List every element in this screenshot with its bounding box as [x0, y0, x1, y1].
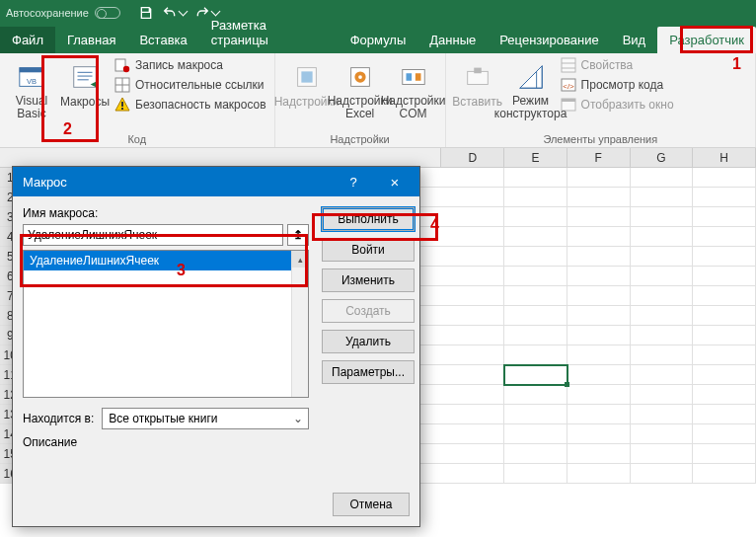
cell[interactable]	[441, 326, 504, 345]
cell[interactable]	[693, 345, 756, 365]
cell[interactable]	[441, 365, 504, 385]
dialog-titlebar[interactable]: Макрос ? ×	[13, 167, 419, 196]
excel-addins-button[interactable]: Надстройки Excel	[337, 57, 384, 124]
cell[interactable]	[441, 247, 504, 267]
edit-button[interactable]: Изменить	[322, 268, 415, 292]
cell[interactable]	[504, 424, 567, 444]
cell[interactable]	[631, 247, 694, 267]
record-macro-button[interactable]: Запись макроса	[114, 57, 266, 73]
scroll-up-icon[interactable]: ▴	[292, 251, 308, 268]
undo-button[interactable]	[162, 5, 187, 21]
step-into-button[interactable]: Войти	[322, 238, 415, 262]
cell[interactable]	[567, 424, 631, 444]
design-mode-button[interactable]: Режим конструктора	[507, 57, 555, 124]
cell[interactable]	[441, 286, 504, 306]
tab-formulas[interactable]: Формулы	[339, 27, 418, 53]
visual-basic-button[interactable]: VB Visual Basic	[8, 57, 55, 124]
cell[interactable]	[441, 188, 504, 207]
cell[interactable]	[441, 306, 504, 326]
cell[interactable]	[631, 444, 694, 464]
cell[interactable]	[504, 247, 567, 267]
delete-button[interactable]: Удалить	[322, 330, 415, 353]
cell[interactable]	[504, 188, 567, 207]
tab-developer[interactable]: Разработчик	[657, 27, 756, 53]
cell[interactable]	[631, 365, 694, 385]
cell[interactable]	[693, 168, 756, 188]
macro-security-button[interactable]: Безопасность макросов	[114, 97, 266, 113]
cell[interactable]	[504, 464, 567, 484]
cell[interactable]	[693, 464, 756, 484]
cell[interactable]	[441, 424, 504, 444]
cell[interactable]	[504, 168, 567, 188]
properties-button[interactable]: Свойства	[561, 57, 674, 73]
help-button[interactable]: ?	[333, 167, 374, 196]
cell[interactable]	[693, 188, 756, 207]
cell[interactable]	[693, 444, 756, 464]
cell[interactable]	[693, 405, 756, 424]
show-dialog-button[interactable]: Отобразить окно	[561, 97, 674, 113]
cell[interactable]	[441, 385, 504, 405]
cell[interactable]	[631, 227, 694, 247]
cell[interactable]	[567, 405, 631, 424]
tab-data[interactable]: Данные	[417, 27, 488, 53]
cell[interactable]	[693, 306, 756, 326]
cell[interactable]	[504, 405, 567, 424]
cell[interactable]	[567, 444, 631, 464]
cell[interactable]	[567, 168, 631, 188]
macro-name-input[interactable]	[23, 224, 283, 246]
cell[interactable]	[567, 464, 631, 484]
cell[interactable]	[504, 207, 567, 227]
column-header[interactable]: G	[631, 148, 694, 167]
cell[interactable]	[441, 345, 504, 365]
cell[interactable]	[504, 286, 567, 306]
cell[interactable]	[567, 306, 631, 326]
cell[interactable]	[693, 326, 756, 345]
cell[interactable]	[631, 188, 694, 207]
save-icon[interactable]	[138, 5, 154, 21]
cell[interactable]	[504, 345, 567, 365]
cell[interactable]	[441, 405, 504, 424]
cell[interactable]	[567, 326, 631, 345]
cell[interactable]	[631, 345, 694, 365]
cell[interactable]	[504, 326, 567, 345]
cell[interactable]	[631, 306, 694, 326]
cell[interactable]	[693, 385, 756, 405]
run-button[interactable]: Выполнить	[322, 207, 415, 231]
autosave-toggle[interactable]: Автосохранение	[6, 7, 120, 19]
tab-page-layout[interactable]: Разметка страницы	[199, 12, 339, 53]
cell[interactable]	[631, 207, 694, 227]
column-header[interactable]: H	[693, 148, 756, 167]
options-button[interactable]: Параметры...	[322, 360, 415, 384]
tab-review[interactable]: Рецензирование	[488, 27, 610, 53]
macros-button[interactable]: Макросы	[61, 57, 109, 113]
cell[interactable]	[441, 444, 504, 464]
addins-button[interactable]: Надстройки	[283, 57, 331, 113]
macro-list[interactable]: УдалениеЛишнихЯчеек ▴	[23, 250, 309, 398]
column-header[interactable]: E	[504, 148, 567, 167]
column-header[interactable]: D	[441, 148, 504, 167]
close-button[interactable]: ×	[374, 167, 416, 196]
select-all-corner[interactable]	[0, 148, 441, 167]
cell[interactable]	[504, 267, 567, 286]
cell[interactable]	[631, 405, 694, 424]
cell[interactable]	[441, 207, 504, 227]
cell[interactable]	[631, 385, 694, 405]
goto-button[interactable]: ↥	[287, 224, 309, 246]
cell[interactable]	[567, 188, 631, 207]
view-code-button[interactable]: </> Просмотр кода	[561, 77, 674, 93]
cell[interactable]	[567, 345, 631, 365]
cell[interactable]	[567, 247, 631, 267]
cell[interactable]	[567, 365, 631, 385]
cell[interactable]	[631, 267, 694, 286]
cell[interactable]	[631, 326, 694, 345]
scrollbar[interactable]: ▴	[291, 251, 308, 397]
cell[interactable]	[504, 385, 567, 405]
cell[interactable]	[693, 267, 756, 286]
cell[interactable]	[567, 227, 631, 247]
com-addins-button[interactable]: Надстройки COM	[390, 57, 437, 124]
list-item[interactable]: УдалениеЛишнихЯчеек	[24, 251, 308, 270]
column-header[interactable]: F	[567, 148, 631, 167]
tab-insert[interactable]: Вставка	[127, 27, 198, 53]
cell[interactable]	[441, 464, 504, 484]
cell[interactable]	[631, 464, 694, 484]
